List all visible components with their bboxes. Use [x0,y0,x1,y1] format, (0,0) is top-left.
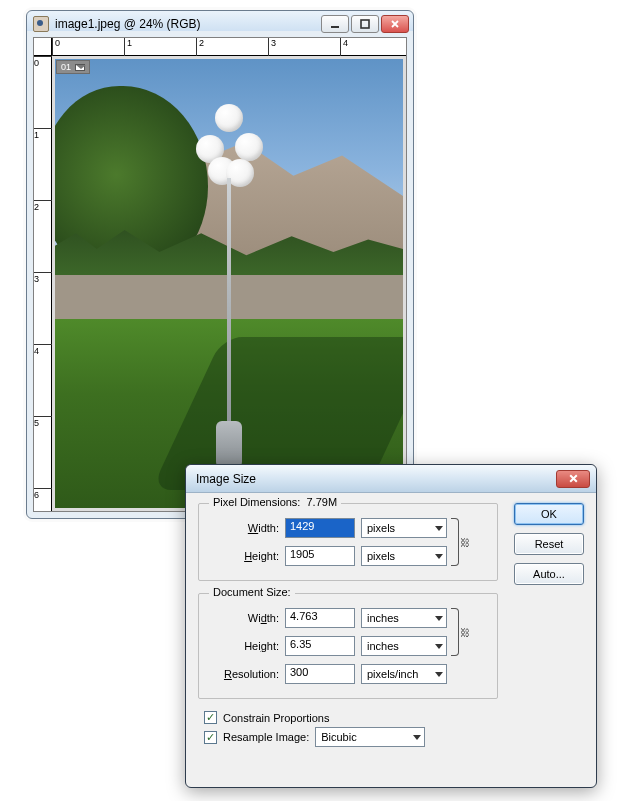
link-icon: ⛓ [460,627,470,638]
resample-image-label: Resample Image: [223,731,309,743]
ruler-h-tick: 4 [340,38,348,56]
dialog-close-button[interactable] [556,470,590,488]
ruler-origin[interactable] [34,38,52,56]
doc-height-unit-dropdown[interactable]: inches [361,636,447,656]
pixel-dimensions-legend: Pixel Dimensions: 7.79M [209,496,341,508]
image-window-titlebar[interactable]: image1.jpeg @ 24% (RGB) [27,11,413,37]
ruler-v-tick: 4 [34,344,52,356]
maximize-button[interactable] [351,15,379,33]
doc-width-unit-dropdown[interactable]: inches [361,608,447,628]
constrain-proportions-checkbox[interactable]: ✓ [204,711,217,724]
image-window-title: image1.jpeg @ 24% (RGB) [55,17,315,31]
constrain-proportions-label: Constrain Proportions [223,712,329,724]
reset-button[interactable]: Reset [514,533,584,555]
document-size-group: Document Size: Width: 4.763 inches Heigh… [198,593,498,699]
app-icon [33,16,49,32]
link-icon: ⛓ [460,537,470,548]
svg-rect-0 [331,26,339,28]
auto-button[interactable]: Auto... [514,563,584,585]
layer-info-tag[interactable]: 01 [56,60,90,74]
ruler-v-tick: 3 [34,272,52,284]
ruler-h-tick: 0 [52,38,60,56]
resample-image-checkbox[interactable]: ✓ [204,731,217,744]
image-content [55,59,403,508]
horizontal-ruler[interactable]: 0 1 2 3 4 [52,38,406,56]
image-document-window: image1.jpeg @ 24% (RGB) 0 1 2 3 4 0 1 2 … [26,10,414,519]
svg-rect-1 [361,20,369,28]
image-client-area: 0 1 2 3 4 0 1 2 3 4 5 6 [33,37,407,512]
document-size-legend: Document Size: [209,586,295,598]
dialog-titlebar[interactable]: Image Size [186,465,596,493]
ruler-h-tick: 1 [124,38,132,56]
resolution-unit-dropdown[interactable]: pixels/inch [361,664,447,684]
pixel-dimensions-group: Pixel Dimensions: 7.79M Width: 1429 pixe… [198,503,498,581]
image-size-dialog: Image Size OK Reset Auto... Pixel Dimens… [185,464,597,788]
px-link-indicator: ⛓ [449,514,465,570]
doc-width-label: Width: [209,612,279,624]
pixel-dimensions-size: 7.79M [306,496,337,508]
px-width-input[interactable]: 1429 [285,518,355,538]
ruler-v-tick: 2 [34,200,52,212]
ruler-v-tick: 6 [34,488,52,500]
px-width-label: Width: [209,522,279,534]
chevron-down-icon [413,735,421,740]
ruler-h-tick: 3 [268,38,276,56]
ruler-h-tick: 2 [196,38,204,56]
image-canvas[interactable] [52,56,406,511]
chevron-down-icon [435,672,443,677]
chevron-down-icon [435,554,443,559]
ruler-v-tick: 5 [34,416,52,428]
px-height-input[interactable]: 1905 [285,546,355,566]
resample-method-dropdown[interactable]: Bicubic [315,727,425,747]
chevron-down-icon [435,644,443,649]
dialog-title: Image Size [196,472,556,486]
minimize-button[interactable] [321,15,349,33]
chevron-down-icon [435,526,443,531]
close-button[interactable] [381,15,409,33]
resolution-label: Resolution: [209,668,279,680]
doc-height-label: Height: [209,640,279,652]
chevron-down-icon [435,616,443,621]
resolution-input[interactable]: 300 [285,664,355,684]
px-height-label: Height: [209,550,279,562]
doc-width-input[interactable]: 4.763 [285,608,355,628]
vertical-ruler[interactable]: 0 1 2 3 4 5 6 [34,56,52,511]
envelope-icon [75,64,85,71]
px-width-unit-dropdown[interactable]: pixels [361,518,447,538]
ruler-v-tick: 0 [34,56,52,68]
px-height-unit-dropdown[interactable]: pixels [361,546,447,566]
doc-height-input[interactable]: 6.35 [285,636,355,656]
ok-button[interactable]: OK [514,503,584,525]
layer-number: 01 [61,62,71,72]
ruler-v-tick: 1 [34,128,52,140]
doc-link-indicator: ⛓ [449,604,465,660]
